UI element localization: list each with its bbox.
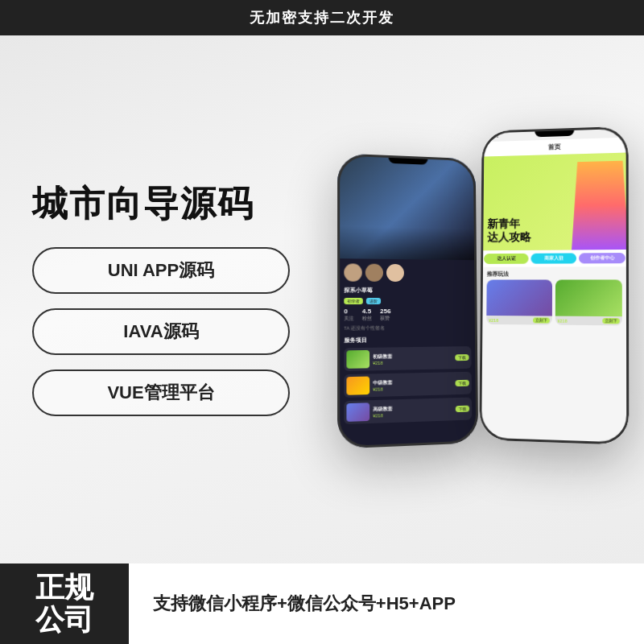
bottom-left-text: 正规公司 <box>35 572 93 635</box>
r-card-price-1: ¥218 <box>489 317 498 322</box>
pill-uni-app: UNI APP源码 <box>32 247 290 294</box>
phone-left-mockup: 探系小草莓 初学者 进阶 0关注 4.5粉丝 256获赞 TA 还没有个性签名 … <box>337 153 478 448</box>
bottom-section: 正规公司 支持微信小程序+微信公众号+H5+APP <box>0 564 644 644</box>
pill-iava: IAVA源码 <box>32 308 290 355</box>
service-thumb-2 <box>346 377 369 395</box>
service-card-1: 初级教套 ¥218 下载 <box>344 346 471 371</box>
hero-character <box>572 160 629 250</box>
bottom-right-text: 支持微信小程序+微信公众号+H5+APP <box>153 592 456 617</box>
service-info-2: 中级教套 ¥218 <box>373 378 452 392</box>
avatar-1 <box>344 263 361 281</box>
hero-text-2: 达人攻略 <box>487 230 531 244</box>
main-title: 城市向导源码 <box>32 183 290 225</box>
right-section: 探系小草莓 初学者 进阶 0关注 4.5粉丝 256获赞 TA 还没有个性签名 … <box>322 35 644 564</box>
phone-right-screen: 9:41 ▪▪▪ 首页 新青年 达人攻略 达人认证 商家入驻 创作者中心 推荐玩… <box>479 126 629 445</box>
service-badge-1: 下载 <box>455 354 469 361</box>
bottom-right: 支持微信小程序+微信公众号+H5+APP <box>129 592 644 617</box>
main-area: 城市向导源码 UNI APP源码 IAVA源码 VUE管理平台 探系小草莓 初学… <box>0 35 644 564</box>
service-badge-2: 下载 <box>455 380 469 386</box>
right-section-title: 推荐玩法 <box>481 266 629 279</box>
avatar-3 <box>386 264 404 282</box>
phone-left-screen: 探系小草莓 初学者 进阶 0关注 4.5粉丝 256获赞 TA 还没有个性签名 … <box>337 153 478 448</box>
profile-tags: 初学者 进阶 <box>337 296 477 306</box>
r-card-img-1 <box>486 280 551 316</box>
stat-follow: 0关注 <box>344 308 353 322</box>
services-title: 服务项目 <box>337 332 477 346</box>
r-card-bottom-1: ¥218 立刻下 <box>486 316 551 325</box>
tab-3[interactable]: 创作者中心 <box>579 253 625 263</box>
avatar-2 <box>365 264 383 282</box>
profile-stats: 0关注 4.5粉丝 256获赞 <box>337 306 477 324</box>
r-card-img-2 <box>555 279 621 316</box>
banner-text: 无加密支持二次开发 <box>250 8 394 27</box>
r-card-bottom-2: ¥218 立刻下 <box>555 316 622 326</box>
service-card-2: 中级教套 ¥218 下载 <box>344 372 472 398</box>
stat-fans: 4.5粉丝 <box>362 308 372 322</box>
tag-2: 进阶 <box>366 298 381 304</box>
bottom-left: 正规公司 <box>0 564 129 644</box>
phone-right-mockup: 9:41 ▪▪▪ 首页 新青年 达人攻略 达人认证 商家入驻 创作者中心 推荐玩… <box>479 126 629 445</box>
status-icons: ▪▪▪ <box>615 130 620 134</box>
hero-image <box>337 153 477 260</box>
service-badge-3: 下载 <box>456 406 469 413</box>
r-card-2: ¥218 立刻下 <box>555 279 622 325</box>
service-info-3: 高级教套 ¥218 <box>373 403 452 418</box>
right-hero: 新青年 达人攻略 <box>481 152 629 250</box>
r-card-btn-1[interactable]: 立刻下 <box>533 317 550 323</box>
right-cards: ¥218 立刻下 ¥218 立刻下 <box>481 279 630 325</box>
pill-vue: VUE管理平台 <box>32 369 290 416</box>
service-info-1: 初级教套 ¥218 <box>373 352 452 365</box>
tab-1[interactable]: 达人认证 <box>484 254 529 264</box>
service-card-3: 高级教套 ¥218 下载 <box>344 398 472 425</box>
right-tabs: 达人认证 商家入驻 创作者中心 <box>481 250 629 267</box>
service-thumb-1 <box>346 350 369 369</box>
r-card-price-2: ¥218 <box>557 318 567 323</box>
profile-name: 探系小草莓 <box>337 285 477 296</box>
left-section: 城市向导源码 UNI APP源码 IAVA源码 VUE管理平台 <box>0 159 322 441</box>
service-thumb-3 <box>346 402 369 422</box>
r-card-btn-2[interactable]: 立刻下 <box>602 318 619 324</box>
avatars-row <box>337 258 477 285</box>
tab-2[interactable]: 商家入驻 <box>530 253 576 263</box>
top-banner: 无加密支持二次开发 <box>0 0 644 35</box>
stat-likes: 256获赞 <box>380 308 390 322</box>
tag-1: 初学者 <box>344 298 363 304</box>
hero-text-1: 新青年 <box>487 217 530 231</box>
r-card-1: ¥218 立刻下 <box>486 280 551 325</box>
status-time: 9:41 <box>489 134 498 138</box>
